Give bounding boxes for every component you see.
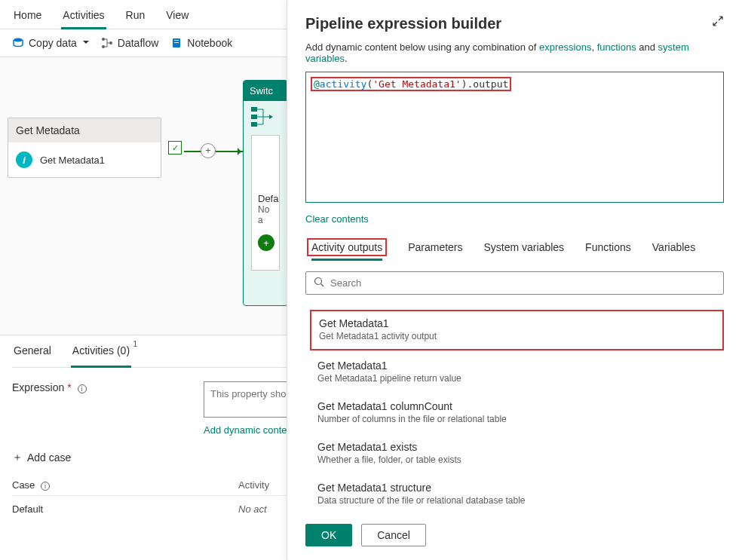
dataflow-icon: [101, 37, 113, 49]
svg-rect-8: [251, 115, 257, 119]
tab-system-variables[interactable]: System variables: [483, 241, 566, 261]
expression-label: Expression * i: [12, 381, 186, 436]
plus-icon: ＋: [12, 451, 23, 464]
expression-editor[interactable]: @activity('Get Metadata1').output: [305, 72, 724, 203]
copy-data-label: Copy data: [29, 37, 77, 49]
tab-activities[interactable]: Activities: [61, 6, 106, 29]
and-text: and: [636, 41, 658, 53]
case-header-text: Case: [12, 479, 35, 491]
tab-functions[interactable]: Functions: [584, 241, 633, 261]
switch-default-case[interactable]: Defa No a +: [251, 135, 280, 271]
ok-button[interactable]: OK: [305, 524, 352, 546]
panel-title: Pipeline expression builder: [305, 15, 501, 32]
search-box[interactable]: [305, 271, 724, 295]
clear-contents-link[interactable]: Clear contents: [305, 213, 724, 225]
search-input[interactable]: [330, 277, 716, 289]
result-title: Get Metadata1 columnCount: [317, 400, 716, 412]
info-icon[interactable]: i: [78, 384, 87, 393]
svg-point-10: [315, 278, 322, 285]
result-desc: Whether a file, folder, or table exists: [317, 454, 716, 465]
tab-parameters[interactable]: Parameters: [406, 241, 464, 261]
result-title: Get Metadata1 structure: [317, 482, 716, 494]
expression-highlight: @activity('Get Metadata1').output: [311, 77, 511, 91]
dataflow-label: Dataflow: [118, 37, 158, 49]
svg-point-3: [109, 41, 112, 44]
case-cell: Default: [12, 503, 238, 515]
tab-variables[interactable]: Variables: [651, 241, 697, 261]
search-icon: [314, 277, 324, 289]
switch-header: Switc: [244, 81, 287, 101]
panel-tab-activities[interactable]: Activities (0) 1: [71, 335, 131, 368]
svg-point-1: [102, 38, 105, 41]
functions-link[interactable]: functions: [597, 41, 636, 53]
period-text: .: [345, 53, 348, 64]
results-scroll-area[interactable]: Get Metadata1 Get Metadata1 activity out…: [305, 271, 739, 506]
tab-activity-outputs-label: Activity outputs: [311, 241, 382, 261]
result-item[interactable]: Get Metadata1 exists Whether a file, fol…: [310, 435, 724, 473]
expressions-link[interactable]: expressions: [539, 41, 591, 53]
paren-close: ): [461, 78, 468, 90]
result-item[interactable]: Get Metadata1 Get Metadata1 activity out…: [310, 310, 724, 350]
expr-at: @: [314, 78, 320, 90]
panel-subtitle: Add dynamic content below using any comb…: [287, 41, 742, 72]
node-label: Get Metadata1: [40, 155, 105, 166]
result-item[interactable]: Get Metadata1 structure Data structure o…: [310, 476, 724, 506]
result-title: Get Metadata1: [317, 360, 716, 372]
get-metadata-node[interactable]: Get Metadata i Get Metadata1 ✓: [8, 118, 161, 178]
error-badge: 1: [133, 340, 137, 348]
panel-tab-general[interactable]: General: [12, 335, 53, 367]
svg-rect-5: [174, 40, 179, 41]
expr-fn: activity: [320, 78, 367, 90]
tab-home[interactable]: Home: [12, 6, 43, 29]
tab-run[interactable]: Run: [124, 6, 147, 29]
connection-arrow[interactable]: [184, 151, 244, 152]
add-case-label: Add case: [27, 451, 71, 464]
switch-node[interactable]: Switc Defa No a +: [243, 80, 288, 306]
expr-dot-output: .output: [468, 78, 509, 90]
result-desc: Number of columns in the file or relatio…: [317, 414, 716, 424]
default-label: Defa: [258, 193, 273, 204]
cancel-button[interactable]: Cancel: [361, 524, 426, 546]
success-checkmark-icon[interactable]: ✓: [168, 141, 182, 155]
expand-icon[interactable]: [712, 15, 724, 29]
expression-label-text: Expression: [12, 381, 64, 393]
panel-tab-activities-label: Activities (0): [72, 344, 130, 357]
tab-view[interactable]: View: [164, 6, 190, 29]
info-icon: i: [16, 151, 32, 168]
required-asterisk: *: [67, 381, 71, 393]
result-item[interactable]: Get Metadata1 columnCount Number of colu…: [310, 394, 724, 432]
svg-point-2: [102, 45, 105, 48]
result-desc: Get Metadata1 activity output: [319, 331, 715, 341]
svg-rect-6: [174, 42, 179, 43]
case-column-header: Case i: [12, 479, 238, 491]
add-case-button[interactable]: ＋ Add case: [12, 451, 71, 464]
svg-rect-9: [251, 122, 257, 127]
copy-data-button[interactable]: Copy data: [12, 37, 89, 49]
node-header: Get Metadata: [8, 118, 161, 142]
copy-data-icon: [12, 37, 24, 49]
expression-builder-panel: Pipeline expression builder Add dynamic …: [287, 0, 742, 560]
svg-rect-7: [251, 107, 257, 112]
result-title: Get Metadata1: [319, 317, 715, 329]
output-tab-bar: Activity outputs Parameters System varia…: [287, 225, 742, 261]
tab-activity-outputs[interactable]: Activity outputs: [305, 241, 388, 261]
add-activity-icon[interactable]: +: [258, 234, 274, 251]
result-title: Get Metadata1 exists: [317, 441, 716, 453]
notebook-label: Notebook: [187, 37, 232, 49]
result-desc: Get Metadata1 pipeline return value: [317, 373, 716, 384]
info-icon[interactable]: i: [41, 482, 50, 491]
no-activities-label: No a: [258, 204, 273, 225]
notebook-icon: [170, 37, 182, 49]
notebook-button[interactable]: Notebook: [170, 37, 232, 49]
result-item[interactable]: Get Metadata1 Get Metadata1 pipeline ret…: [310, 353, 724, 391]
chevron-down-icon: [81, 37, 89, 49]
result-desc: Data structure of the file or relational…: [317, 495, 716, 506]
subtitle-text: Add dynamic content below using any comb…: [305, 41, 539, 53]
panel-footer: OK Cancel: [287, 513, 742, 560]
dataflow-button[interactable]: Dataflow: [101, 37, 158, 49]
expr-string: 'Get Metadata1': [373, 78, 461, 90]
switch-branch-icon: [251, 107, 274, 127]
svg-point-0: [14, 38, 23, 42]
